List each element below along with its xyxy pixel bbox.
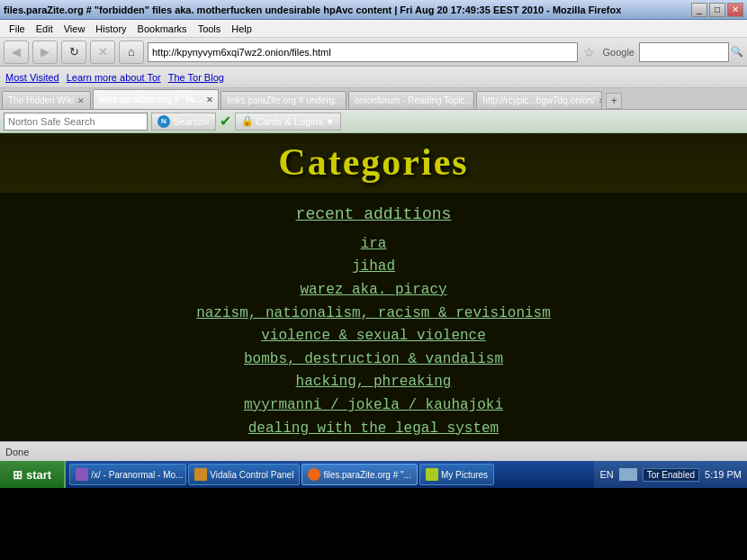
menu-view[interactable]: View (58, 23, 91, 34)
category-link-hacking[interactable]: hacking, phreaking (18, 371, 729, 394)
menubar: File Edit View History Bookmarks Tools H… (0, 20, 747, 38)
norton-search-input[interactable] (4, 113, 148, 131)
tab-label: files.paraZite.org # "fo... (99, 95, 202, 104)
category-link-nazism[interactable]: nazism, nationalism, racism & revisionis… (18, 303, 729, 326)
category-link-myyrmanni[interactable]: myyrmanni / jokela / kauhajoki (18, 394, 729, 418)
tab-close-icon[interactable]: ✕ (77, 96, 85, 105)
norton-icon: N (158, 115, 170, 128)
category-link-recent-additions[interactable]: recent additions (18, 202, 729, 228)
search-engine-label: Google (600, 47, 637, 58)
category-link-legal[interactable]: dealing with the legal system (18, 418, 729, 441)
taskbar-items: /x/ - Paranormal - Mo... Vidalia Control… (66, 461, 594, 488)
taskbar-item-icon (194, 468, 207, 481)
taskbar-right: EN Tor Enabled 5:19 PM (594, 461, 747, 488)
page-banner: Categories (0, 133, 747, 193)
taskbar-item-icon (426, 468, 438, 481)
window-title: files.paraZite.org # "forbidden" files a… (4, 5, 621, 15)
bookmark-tor-blog[interactable]: The Tor Blog (168, 72, 224, 83)
menu-history[interactable]: History (90, 23, 131, 34)
status-bar: Done (0, 441, 747, 461)
bookmark-star-icon[interactable]: ☆ (581, 45, 597, 59)
category-link-warez[interactable]: warez aka. piracy (18, 279, 729, 303)
search-icon[interactable]: 🔍 (731, 46, 743, 58)
navigation-toolbar: ◀ ▶ ↻ ✕ ⌂ ☆ Google 🔍 (0, 38, 747, 67)
tab-label: http://rcypic...bgw7dq.onion/ (482, 95, 595, 105)
categories-list: recent additions ira jihad warez aka. pi… (0, 193, 747, 441)
search-input[interactable] (639, 42, 729, 62)
window-controls[interactable]: _ □ ✕ (691, 3, 743, 17)
taskbar-item-label: /x/ - Paranormal - Mo... (91, 470, 183, 480)
address-bar-container (148, 42, 578, 62)
taskbar-item-vidalia[interactable]: Vidalia Control Panel (188, 464, 300, 485)
maximize-button[interactable]: □ (709, 3, 725, 17)
menu-file[interactable]: File (4, 23, 31, 34)
tab-parazite[interactable]: files.paraZite.org # "fo... ✕ (93, 89, 219, 109)
norton-search-label: Search» (173, 116, 210, 127)
tab-rcypic[interactable]: http://rcypic...bgw7dq.onion/ ✕ (476, 91, 602, 109)
address-input[interactable] (148, 42, 578, 62)
taskbar-item-my-pictures[interactable]: My Pictures (419, 464, 494, 485)
lock-icon: 🔒 (241, 115, 254, 127)
time-display: 5:19 PM (705, 469, 742, 480)
language-indicator: EN (599, 469, 613, 480)
taskbar-item-label: Vidalia Control Panel (210, 470, 293, 480)
content-area[interactable]: Categories recent additions ira jihad wa… (0, 133, 747, 441)
tab-label: The Hidden Wiki (8, 95, 74, 105)
tab-close-icon[interactable]: ✕ (346, 96, 347, 105)
norton-check-icon[interactable]: ✔ (220, 113, 231, 130)
minimize-button[interactable]: _ (691, 3, 707, 17)
reload-button[interactable]: ↻ (61, 41, 86, 64)
category-link-self-destruction[interactable]: self-destruction (18, 440, 729, 441)
taskbar-item-label: files.paraZite.org # "... (323, 470, 410, 480)
speaker-icon (619, 468, 637, 481)
norton-search-button[interactable]: N Search» (151, 113, 216, 131)
cards-logins-label: Cards & Logins (256, 116, 323, 127)
start-label: start (26, 468, 51, 482)
tab-hidden-wiki[interactable]: The Hidden Wiki ✕ (2, 91, 91, 109)
menu-help[interactable]: Help (226, 23, 257, 34)
tab-label: onionforum - Reading Topic... (355, 95, 472, 105)
taskbar: ⊞ start /x/ - Paranormal - Mo... Vidalia… (0, 461, 747, 488)
tab-onionforum[interactable]: onionforum - Reading Topic... ✕ (348, 91, 474, 109)
taskbar-item-icon (308, 468, 320, 481)
back-button[interactable]: ◀ (4, 41, 29, 64)
menu-tools[interactable]: Tools (193, 23, 227, 34)
category-link-jihad[interactable]: jihad (18, 256, 729, 279)
tor-status[interactable]: Tor Enabled (643, 468, 699, 482)
close-button[interactable]: ✕ (727, 3, 743, 17)
taskbar-item-icon (76, 468, 88, 481)
tab-links-parazite[interactable]: links.paraZite.org # underg... ✕ (220, 91, 346, 109)
status-text: Done (5, 447, 29, 457)
menu-edit[interactable]: Edit (31, 23, 58, 34)
search-bar-right: Google 🔍 (600, 42, 743, 62)
bookmarks-bar: Most Visited Learn more about Tor The To… (0, 67, 747, 88)
cards-logins-button[interactable]: 🔒 Cards & Logins ▼ (235, 113, 341, 131)
taskbar-item-label: My Pictures (441, 470, 488, 480)
start-button[interactable]: ⊞ start (0, 461, 66, 488)
stop-button[interactable]: ✕ (90, 41, 115, 64)
home-button[interactable]: ⌂ (119, 41, 144, 64)
menu-bookmarks[interactable]: Bookmarks (132, 23, 193, 34)
taskbar-item-paranormal[interactable]: /x/ - Paranormal - Mo... (69, 464, 186, 485)
category-link-violence[interactable]: violence & sexual violence (18, 325, 729, 348)
category-link-bombs[interactable]: bombs, destruction & vandalism (18, 348, 729, 372)
cards-dropdown-icon: ▼ (325, 116, 335, 127)
page-title: Categories (0, 140, 747, 184)
bookmark-learn-tor[interactable]: Learn more about Tor (67, 72, 161, 83)
windows-icon: ⊞ (13, 468, 22, 482)
tab-close-icon[interactable]: ✕ (206, 95, 213, 104)
tab-close-icon[interactable]: ✕ (598, 96, 602, 105)
norton-toolbar: N Search» ✔ 🔒 Cards & Logins ▼ (0, 110, 747, 133)
bookmark-most-visited[interactable]: Most Visited (5, 72, 59, 83)
tabs-bar: The Hidden Wiki ✕ files.paraZite.org # "… (0, 88, 747, 110)
window-titlebar: files.paraZite.org # "forbidden" files a… (0, 0, 747, 20)
category-link-ira[interactable]: ira (18, 233, 729, 257)
new-tab-button[interactable]: + (606, 93, 622, 109)
forward-button[interactable]: ▶ (32, 41, 58, 64)
tab-label: links.paraZite.org # underg... (227, 95, 341, 105)
taskbar-item-firefox[interactable]: files.paraZite.org # "... (302, 464, 417, 485)
